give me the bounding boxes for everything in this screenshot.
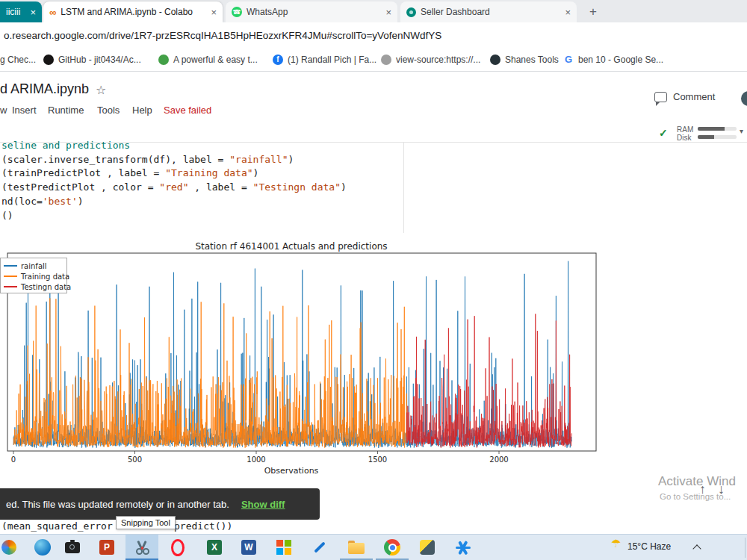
tab-label: iiciii	[6, 7, 25, 17]
scroll-down-icon[interactable]: ↓	[718, 482, 725, 497]
code-line[interactable]: (trainPredictPlot , label = "Training da…	[1, 167, 401, 181]
new-tab-button[interactable]: +	[584, 3, 602, 21]
word-icon[interactable]: W	[232, 535, 265, 560]
seller-favicon	[406, 7, 416, 17]
bookmark-item[interactable]: f (1) Randall Pich | Fa...	[273, 48, 376, 71]
tab-grouped[interactable]: iiciii ×	[0, 1, 42, 22]
camera-app-icon[interactable]	[56, 535, 89, 560]
bookmark-label: GitHub - jit0434/Ac...	[58, 55, 141, 65]
bookmark-label: g Chec...	[0, 55, 36, 65]
globe-browser-icon[interactable]	[26, 535, 59, 560]
url-text: o.research.google.com/drive/1R7-przESRcq…	[0, 30, 441, 41]
x-tick-label: 1000	[247, 455, 265, 464]
ram-meter	[698, 127, 737, 131]
cell-divider	[403, 142, 404, 233]
star-icon[interactable]: ☆	[96, 83, 106, 97]
code-line[interactable]: seline and predictions	[1, 139, 401, 153]
x-axis-label: Observations	[0, 466, 583, 476]
whatsapp-favicon: ☎	[232, 7, 242, 17]
bookmark-item[interactable]: A powerful & easy t...	[158, 48, 258, 71]
bookmark-item[interactable]: g Chec...	[0, 48, 36, 71]
code-cell[interactable]: seline and predictions(scaler.inverse_tr…	[1, 139, 401, 223]
comment-label: Comment	[673, 91, 715, 102]
code-line[interactable]: nd(loc='best')	[1, 195, 401, 209]
pen-app-icon[interactable]	[303, 535, 336, 560]
menu-item-help[interactable]: Help	[132, 105, 152, 116]
bookmark-item[interactable]: G ben 10 - Google Se...	[563, 48, 663, 71]
page-icon	[381, 55, 391, 65]
browser-tab-strip: iiciii × ∞ LSTM and ARIMA.ipynb - Colabo…	[0, 0, 747, 22]
chart-output: Station rf 4614001 Actuals and predictio…	[0, 237, 605, 480]
show-desktop-divider[interactable]	[745, 538, 746, 558]
x-axis-ticks: 0500100015002000	[0, 237, 605, 480]
code-line[interactable]: predict())	[174, 520, 232, 532]
chevron-down-icon[interactable]: ▾	[740, 127, 743, 135]
menu-item-fragment[interactable]: w	[0, 105, 7, 116]
taskbar: P X W ☂ 15°C Haze	[0, 534, 747, 560]
avatar[interactable]	[741, 91, 747, 106]
menu-item-insert[interactable]: Insert	[12, 105, 37, 116]
bookmark-item[interactable]: Shanes Tools	[490, 48, 559, 71]
tab-whatsapp[interactable]: ☎ WhatsApp ×	[226, 1, 397, 22]
colorful-app-icon[interactable]	[0, 535, 25, 560]
resources-widget[interactable]: ✓ RAM Disk ▾	[657, 124, 747, 143]
hidden-icons-chevron[interactable]	[692, 544, 701, 553]
address-bar[interactable]: o.research.google.com/drive/1R7-przESRcq…	[0, 22, 747, 48]
tab-close-icon[interactable]: ×	[30, 7, 36, 17]
file-explorer-icon[interactable]	[340, 535, 373, 560]
bookmark-label: A powerful & easy t...	[173, 55, 258, 65]
utility-app-icon[interactable]	[411, 535, 444, 560]
snipping-tool-icon[interactable]	[125, 535, 158, 560]
code-line[interactable]: (mean_squared_error	[1, 520, 113, 532]
phone-icon: ☎	[232, 8, 241, 16]
snowflake-app-icon[interactable]	[447, 535, 480, 560]
check-icon: ✓	[659, 127, 668, 139]
colab-favicon: ∞	[49, 7, 56, 18]
code-line[interactable]: (testPredictPlot , color = "red" , label…	[1, 181, 401, 195]
tab-seller-dashboard[interactable]: Seller Dashboard ×	[400, 1, 577, 22]
tab-label: LSTM and ARIMA.ipynb - Colabo	[61, 7, 206, 17]
tab-close-icon[interactable]: ×	[211, 7, 217, 17]
code-line[interactable]: (scaler.inverse_transform(df), label = "…	[1, 153, 401, 167]
x-tick-label: 0	[11, 455, 16, 464]
bookmark-label: view-source:https://...	[396, 55, 480, 65]
tab-label: WhatsApp	[247, 7, 381, 17]
disk-meter	[698, 135, 737, 139]
comment-button[interactable]: Comment	[654, 91, 715, 102]
bookmark-item[interactable]: GitHub - jit0434/Ac...	[43, 48, 141, 71]
bookmark-item[interactable]: view-source:https://...	[381, 48, 480, 71]
tab-close-icon[interactable]: ×	[385, 7, 391, 17]
github-icon	[43, 55, 54, 65]
tab-close-icon[interactable]: ×	[565, 7, 571, 17]
umbrella-weather-icon[interactable]: ☂	[611, 537, 621, 550]
show-diff-link[interactable]: Show diff	[241, 499, 285, 510]
chrome-icon[interactable]	[376, 535, 409, 560]
notebook-title[interactable]: d ARIMA.ipynb	[0, 81, 89, 97]
excel-icon[interactable]: X	[198, 535, 231, 560]
bookmark-label: (1) Randall Pich | Fa...	[288, 55, 376, 65]
bookmark-label: ben 10 - Google Se...	[578, 55, 663, 65]
tab-label: Seller Dashboard	[421, 7, 560, 17]
google-icon: G	[563, 55, 574, 65]
save-status: Save failed	[164, 105, 211, 116]
menu-item-runtime[interactable]: Runtime	[48, 105, 84, 116]
x-tick-label: 500	[128, 455, 142, 464]
tab-colab-active[interactable]: ∞ LSTM and ARIMA.ipynb - Colabo ×	[43, 1, 223, 22]
disk-label: Disk	[677, 134, 691, 142]
bookmark-label: Shanes Tools	[505, 55, 559, 65]
powerpoint-icon[interactable]: P	[90, 535, 123, 560]
tools-icon	[490, 55, 500, 65]
x-tick-label: 2000	[489, 455, 508, 464]
opera-icon[interactable]	[161, 535, 194, 560]
facebook-icon: f	[273, 55, 283, 65]
menu-item-tools[interactable]: Tools	[97, 105, 120, 116]
scroll-up-icon[interactable]: ↑	[699, 482, 706, 497]
microsoft-grid-icon[interactable]	[267, 535, 300, 560]
code-line[interactable]: ()	[1, 209, 401, 223]
snipping-tool-tooltip: Snipping Tool	[116, 516, 176, 529]
screen: iiciii × ∞ LSTM and ARIMA.ipynb - Colabo…	[0, 0, 747, 560]
comment-icon	[654, 92, 667, 102]
bookmarks-bar: g Chec... GitHub - jit0434/Ac... A power…	[0, 48, 747, 72]
weather-text[interactable]: 15°C Haze	[627, 541, 671, 552]
toast-notification: ed. This file was updated remotely or in…	[0, 488, 320, 520]
